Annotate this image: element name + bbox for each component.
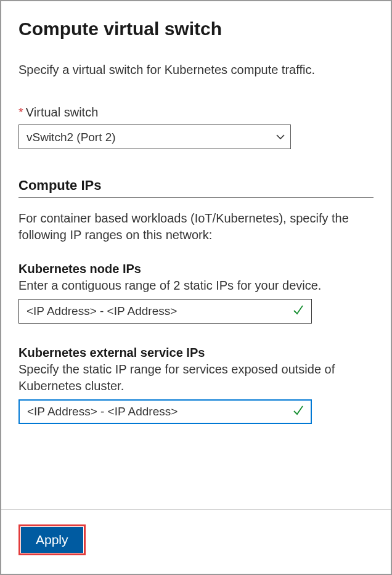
service-ips-input[interactable]: [18, 399, 312, 424]
node-ips-title: Kubernetes node IPs: [18, 262, 374, 276]
required-asterisk: *: [18, 105, 23, 119]
compute-ips-heading: Compute IPs: [18, 177, 374, 198]
apply-button-highlight: Apply: [18, 524, 86, 555]
page-description: Specify a virtual switch for Kubernetes …: [18, 62, 374, 78]
node-ips-description: Enter a contiguous range of 2 static IPs…: [18, 277, 374, 294]
node-ips-input[interactable]: [18, 299, 312, 324]
virtual-switch-label: *Virtual switch: [18, 105, 374, 120]
virtual-switch-label-text: Virtual switch: [26, 105, 98, 119]
service-ips-title: Kubernetes external service IPs: [18, 346, 374, 360]
service-ips-description: Specify the static IP range for services…: [18, 361, 374, 394]
compute-ips-description: For container based workloads (IoT/Kuber…: [18, 210, 374, 243]
page-title: Compute virtual switch: [18, 18, 374, 39]
apply-button[interactable]: Apply: [21, 527, 83, 553]
footer-bar: Apply: [1, 509, 391, 574]
virtual-switch-select[interactable]: vSwitch2 (Port 2): [18, 124, 291, 149]
